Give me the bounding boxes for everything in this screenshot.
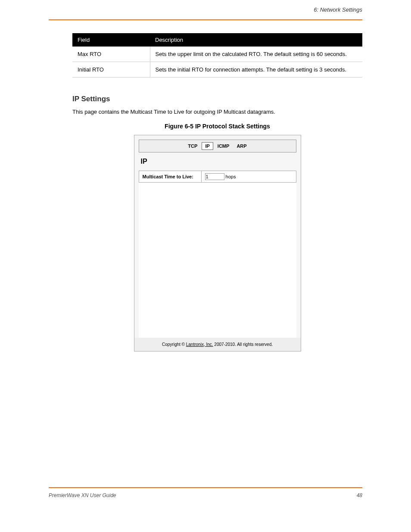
footer-page-number: 48 — [357, 492, 362, 498]
cell-description: Sets the upper limit on the calculated R… — [150, 47, 362, 62]
cell-field: Initial RTO — [72, 62, 150, 78]
figure-copyright: Copyright © Lantronix, Inc. 2007-2010. A… — [134, 338, 301, 351]
cell-description: Sets the initial RTO for connection atte… — [150, 62, 362, 78]
header-section-ref: 6: Network Settings — [49, 6, 362, 13]
tab-arp[interactable]: ARP — [234, 143, 249, 149]
cell-field: Max RTO — [72, 47, 150, 62]
ttl-suffix: hops — [226, 174, 236, 179]
tab-tcp[interactable]: TCP — [185, 143, 200, 149]
tab-ip[interactable]: IP — [202, 142, 213, 150]
copyright-suffix: 2007-2010. All rights reserved. — [213, 342, 273, 347]
table-header-description: Description — [150, 33, 362, 47]
fields-table: Field Description Max RTO Sets the upper… — [72, 33, 362, 78]
ttl-input[interactable] — [205, 173, 224, 180]
table-row: Max RTO Sets the upper limit on the calc… — [72, 47, 362, 62]
tabs-bar: TCP IP ICMP ARP — [139, 140, 296, 152]
panel-title: IP — [139, 158, 296, 165]
figure-caption: Figure 6-5 IP Protocol Stack Settings — [72, 123, 362, 130]
ttl-label: Multicast Time to Live: — [139, 171, 201, 182]
table-row: Initial RTO Sets the initial RTO for con… — [72, 62, 362, 78]
footer-left: PremierWave XN User Guide — [49, 492, 116, 498]
bottom-rule — [49, 487, 362, 488]
top-rule — [49, 19, 362, 20]
lantronix-link[interactable]: Lantronix, Inc. — [186, 342, 213, 347]
copyright-prefix: Copyright © — [162, 342, 186, 347]
ip-settings-heading: IP Settings — [72, 95, 362, 103]
ip-settings-text: This page contains the Multicast Time to… — [72, 108, 362, 116]
ttl-table: Multicast Time to Live: hops — [139, 171, 296, 183]
tab-icmp[interactable]: ICMP — [215, 143, 233, 149]
blank-area — [139, 183, 296, 338]
figure-panel: TCP IP ICMP ARP IP Multicast Time to Liv… — [134, 135, 301, 352]
table-header-field: Field — [72, 33, 150, 47]
